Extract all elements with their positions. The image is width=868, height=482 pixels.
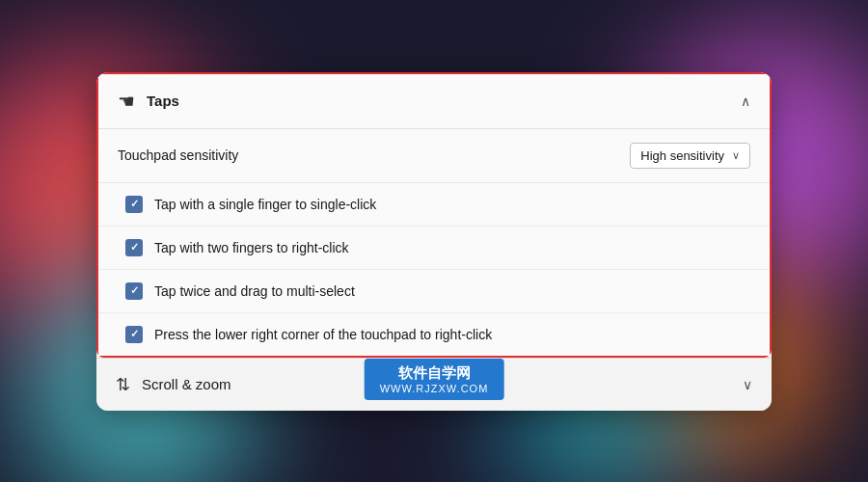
taps-chevron-up-icon[interactable]: ∧ bbox=[741, 94, 750, 109]
touchpad-sensitivity-row: Touchpad sensitivity High sensitivity ∨ bbox=[98, 129, 770, 183]
sensitivity-dropdown[interactable]: High sensitivity ∨ bbox=[630, 143, 750, 169]
scroll-zoom-section[interactable]: ⇅ Scroll & zoom ∨ bbox=[96, 358, 772, 411]
scroll-chevron-down-icon: ∨ bbox=[743, 377, 752, 392]
double-tap-drag-checkbox[interactable]: ✓ bbox=[125, 282, 143, 300]
settings-panel: ☚ Taps ∧ Touchpad sensitivity High sensi… bbox=[96, 72, 772, 411]
check-mark-icon-2: ✓ bbox=[130, 242, 139, 253]
taps-section-header[interactable]: ☚ Taps ∧ bbox=[98, 74, 770, 129]
sensitivity-value: High sensitivity bbox=[640, 148, 724, 163]
taps-title: Taps bbox=[147, 93, 741, 109]
taps-icon: ☚ bbox=[118, 90, 135, 113]
two-finger-tap-row: ✓ Tap with two fingers to right-click bbox=[98, 227, 770, 270]
lower-right-corner-label: Press the lower right corner of the touc… bbox=[154, 327, 750, 342]
two-finger-tap-label: Tap with two fingers to right-click bbox=[154, 240, 750, 255]
double-tap-drag-label: Tap twice and drag to multi-select bbox=[154, 283, 750, 299]
check-mark-icon-3: ✓ bbox=[130, 285, 139, 296]
dropdown-chevron-icon: ∨ bbox=[732, 149, 740, 162]
lower-right-corner-checkbox[interactable]: ✓ bbox=[125, 326, 143, 343]
lower-right-corner-row: ✓ Press the lower right corner of the to… bbox=[98, 313, 770, 356]
single-tap-row: ✓ Tap with a single finger to single-cli… bbox=[98, 183, 770, 227]
check-mark-icon-4: ✓ bbox=[130, 329, 139, 339]
single-tap-checkbox[interactable]: ✓ bbox=[125, 196, 143, 213]
check-mark-icon: ✓ bbox=[130, 199, 139, 209]
single-tap-label: Tap with a single finger to single-click bbox=[154, 197, 750, 212]
touchpad-sensitivity-label: Touchpad sensitivity bbox=[118, 147, 630, 163]
taps-section: ☚ Taps ∧ Touchpad sensitivity High sensi… bbox=[96, 72, 772, 358]
double-tap-drag-row: ✓ Tap twice and drag to multi-select bbox=[98, 270, 770, 313]
scroll-zoom-title: Scroll & zoom bbox=[142, 376, 743, 392]
two-finger-tap-checkbox[interactable]: ✓ bbox=[125, 239, 143, 256]
scroll-icon: ⇅ bbox=[116, 374, 130, 395]
